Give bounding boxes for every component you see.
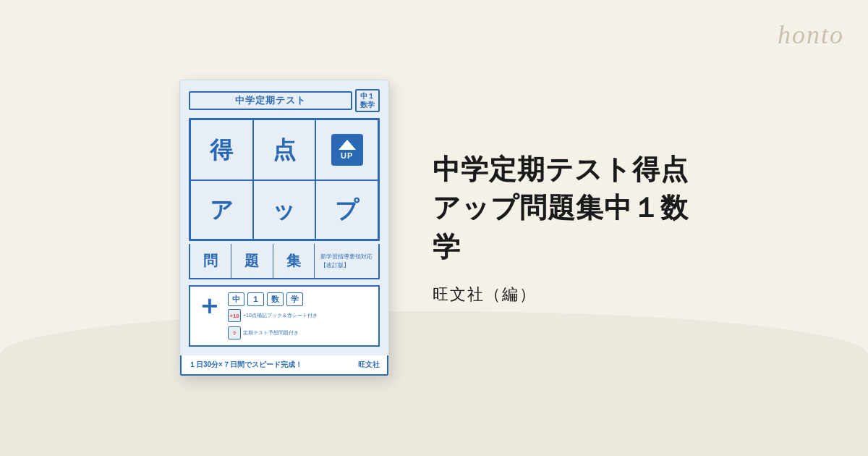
book-top-row: 中学定期テスト 中１ 数学: [189, 89, 380, 112]
footer-text: １日30分×７日間でスピード完成！: [189, 360, 302, 370]
book-info: 中学定期テスト得点アップ問題集中１数学 旺文社（編）: [433, 151, 689, 305]
grade-row: 中 １ 数 学: [228, 292, 373, 306]
char-ア: ア: [190, 180, 253, 240]
content-area: 中学定期テスト 中１ 数学 得 点 UP: [179, 80, 689, 376]
title-grid: 得 点 UP ア ッ プ: [189, 118, 380, 241]
mondai-row: 問 題 集 新学習指導要領対応 【改訂版】: [189, 244, 380, 279]
up-arrow-icon: [339, 140, 356, 150]
revised-label: 新学習指導要領対応 【改訂版】: [315, 244, 378, 278]
book-author: 旺文社（編）: [433, 284, 689, 305]
book-footer: １日30分×７日間でスピード完成！ 旺文社: [180, 355, 388, 376]
feature2: ? 定期テスト予想問題付き: [228, 326, 299, 339]
plus-symbol: ＋: [196, 292, 222, 339]
mondai-集: 集: [273, 244, 315, 278]
mondai-問: 問: [190, 244, 231, 278]
book-cover: 中学定期テスト 中１ 数学 得 点 UP: [179, 80, 389, 376]
honto-logo: honto: [778, 20, 844, 50]
feature-row: +10 +10点補記ブック＆赤シート付き ? 定期テスト予想問題付き: [228, 309, 373, 339]
points-icon: +10: [228, 309, 241, 322]
char-ッ: ッ: [253, 180, 316, 240]
bottom-right: 中 １ 数 学 +10 +10点補記ブック＆赤シート付き ? 定期テスト予想問題…: [228, 292, 373, 339]
book-inner: 中学定期テスト 中１ 数学 得 点 UP: [180, 80, 388, 355]
series-label: 中学定期テスト: [189, 91, 352, 110]
test-icon: ?: [228, 326, 241, 339]
up-cell: UP: [315, 119, 378, 180]
up-badge: UP: [331, 134, 363, 166]
book-bottom-features: ＋ 中 １ 数 学 +10 +10点補記ブック＆赤シート付き: [189, 285, 380, 347]
footer-brand: 旺文社: [358, 360, 380, 370]
char-点: 点: [253, 119, 316, 180]
grade-badge: 中１ 数学: [355, 89, 380, 112]
char-プ: プ: [315, 180, 378, 240]
feature1: +10 +10点補記ブック＆赤シート付き: [228, 309, 318, 322]
mondai-題: 題: [231, 244, 273, 278]
char-得: 得: [190, 119, 253, 180]
book-main-title: 中学定期テスト得点アップ問題集中１数学: [433, 151, 689, 266]
